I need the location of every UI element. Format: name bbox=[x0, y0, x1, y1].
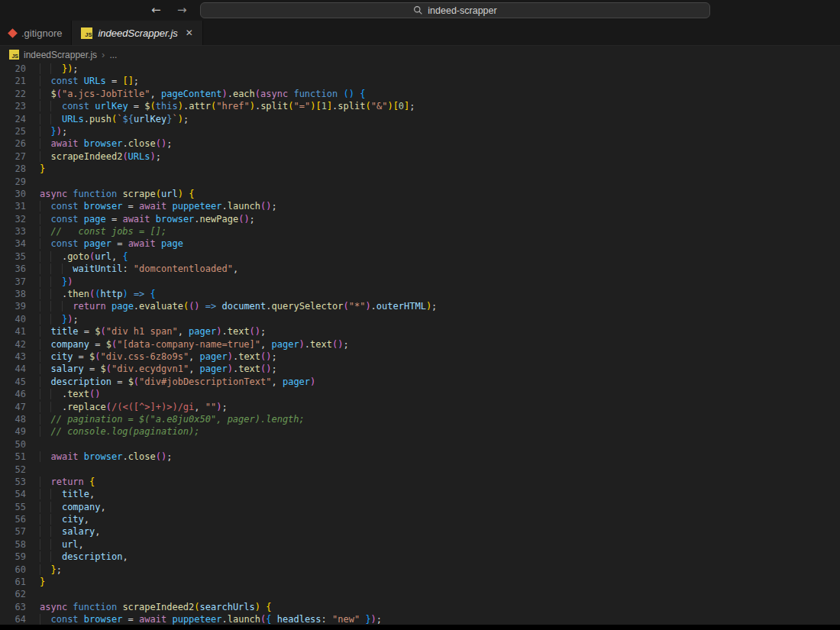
line-number: 40 bbox=[0, 314, 26, 326]
code-line[interactable]: 48 // pagination = $("a.e8ju0x50", pager… bbox=[0, 414, 840, 426]
code-token: ; bbox=[156, 151, 161, 162]
close-icon[interactable]: ✕ bbox=[186, 27, 193, 38]
code-line[interactable]: 56 city, bbox=[0, 514, 840, 526]
code-token: "href" bbox=[216, 101, 249, 111]
code-token: async bbox=[260, 89, 288, 99]
code-token: = bbox=[89, 339, 106, 350]
indent-guide bbox=[50, 101, 61, 111]
code-line[interactable]: 54 title, bbox=[0, 489, 840, 501]
code-line[interactable]: 22 $("a.jcs-JobTitle", pageContent).each… bbox=[0, 89, 840, 101]
breadcrumb-more[interactable]: ... bbox=[109, 50, 117, 60]
code-token: launch bbox=[228, 614, 260, 625]
search-icon bbox=[413, 5, 423, 15]
code-line[interactable]: 39 return page.evaluate(() => document.q… bbox=[0, 301, 840, 313]
code-line[interactable]: 29 bbox=[0, 176, 840, 189]
indent-guide bbox=[50, 551, 61, 562]
line-number: 50 bbox=[0, 439, 26, 451]
line-number: 32 bbox=[0, 214, 26, 226]
code-line[interactable]: 53 return { bbox=[0, 477, 840, 489]
code-line[interactable]: 37 }) bbox=[0, 276, 840, 289]
code-editor[interactable]: 20 });21 const URLs = [];22 $("a.jcs-Job… bbox=[0, 63, 840, 627]
line-number: 53 bbox=[0, 477, 26, 489]
code-line[interactable]: 55 company, bbox=[0, 502, 840, 514]
code-line[interactable]: 36 waitUntil: "domcontentloaded", bbox=[0, 263, 840, 276]
tab-indeedscrapper[interactable]: JS indeedScrapper.js ✕ bbox=[72, 21, 202, 45]
code-token: ; bbox=[272, 201, 277, 212]
code-token: ( bbox=[343, 301, 348, 312]
code-text: return page.evaluate(() => document.quer… bbox=[40, 301, 437, 313]
indent-guide bbox=[40, 451, 50, 462]
code-token: . bbox=[122, 138, 128, 149]
code-line[interactable]: 45 description = $("div#jobDescriptionTe… bbox=[0, 376, 840, 389]
code-line[interactable]: 42 company = $("[data-company-name=true]… bbox=[0, 339, 840, 351]
code-token: ) bbox=[178, 114, 183, 124]
code-line[interactable]: 58 url, bbox=[0, 539, 840, 551]
code-line[interactable]: 38 .then((http) => { bbox=[0, 289, 840, 301]
code-line[interactable]: 24 URLs.push(`${urlKey}`); bbox=[0, 114, 840, 126]
code-text: const URLs = []; bbox=[40, 76, 139, 88]
code-line[interactable]: 51 await browser.close(); bbox=[0, 451, 840, 464]
code-line[interactable]: 21 const URLs = []; bbox=[0, 76, 840, 88]
code-token: { bbox=[89, 477, 95, 487]
code-line[interactable]: 20 }); bbox=[0, 63, 840, 76]
code-line[interactable]: 23 const urlKey = $(this).attr("href").s… bbox=[0, 101, 840, 113]
code-line[interactable]: 63async function scrapeIndeed2(searchUrl… bbox=[0, 602, 840, 614]
code-line[interactable]: 49 // console.log(pagination); bbox=[0, 426, 840, 438]
code-line[interactable]: 27 scrapeIndeed2(URLs); bbox=[0, 151, 840, 163]
code-line[interactable]: 25 }); bbox=[0, 126, 840, 138]
back-button[interactable]: ← bbox=[151, 0, 161, 21]
code-token: "[data-company-name=true]" bbox=[117, 339, 260, 350]
code-token: document bbox=[222, 301, 267, 312]
breadcrumb-file[interactable]: indeedScrapper.js bbox=[24, 50, 97, 60]
code-line[interactable]: 62 bbox=[0, 589, 840, 601]
indent-guide bbox=[50, 263, 61, 274]
code-line[interactable]: 52 bbox=[0, 464, 840, 477]
code-token: const bbox=[50, 238, 78, 249]
code-token bbox=[128, 289, 134, 299]
code-text: city, bbox=[40, 514, 89, 526]
code-token: attr bbox=[189, 101, 211, 111]
code-token: () bbox=[189, 301, 199, 312]
code-token: pager bbox=[271, 339, 299, 350]
code-line[interactable]: 35 .goto(url, { bbox=[0, 251, 840, 263]
code-line[interactable]: 44 salary = $("div.ecydgvn1", pager).tex… bbox=[0, 363, 840, 376]
code-token: ; bbox=[221, 402, 227, 412]
line-number: 25 bbox=[0, 126, 26, 138]
code-token: } bbox=[50, 564, 56, 575]
code-line[interactable]: 46 .text() bbox=[0, 389, 840, 401]
indent-guide bbox=[50, 276, 61, 287]
search-box[interactable]: indeed-scrapper bbox=[200, 2, 710, 18]
code-line[interactable]: 33 // const jobs = []; bbox=[0, 226, 840, 238]
tab-gitignore[interactable]: .gitignore bbox=[0, 21, 72, 45]
code-line[interactable]: 43 city = $("div.css-6z8o9s", pager).tex… bbox=[0, 351, 840, 363]
code-token: browser bbox=[84, 138, 123, 149]
js-icon: JS bbox=[81, 27, 92, 39]
code-token: ) bbox=[255, 602, 260, 612]
code-line[interactable]: 31 const browser = await puppeteer.launc… bbox=[0, 201, 840, 213]
code-line[interactable]: 28} bbox=[0, 163, 840, 176]
code-token: company bbox=[62, 502, 101, 512]
code-line[interactable]: 40 }); bbox=[0, 314, 840, 326]
code-token: ) bbox=[221, 89, 227, 99]
code-token: launch bbox=[228, 201, 260, 212]
code-token: ) bbox=[67, 276, 73, 287]
code-token: browser bbox=[84, 201, 123, 212]
code-line[interactable]: 57 salary, bbox=[0, 526, 840, 538]
code-line[interactable]: 61} bbox=[0, 577, 840, 589]
code-line[interactable]: 34 const pager = await page bbox=[0, 238, 840, 250]
code-line[interactable]: 26 await browser.close(); bbox=[0, 138, 840, 150]
code-token: , bbox=[189, 363, 199, 374]
code-line[interactable]: 41 title = $("div h1 span", pager).text(… bbox=[0, 326, 840, 338]
code-line[interactable]: 32 const page = await browser.newPage(); bbox=[0, 214, 840, 226]
code-line[interactable]: 59 description, bbox=[0, 551, 840, 564]
indent-guide bbox=[40, 201, 50, 212]
code-text: URLs.push(`${urlKey}`); bbox=[40, 114, 189, 126]
code-line[interactable]: 47 .replace(/(<([^>]+)>)/gi, ""); bbox=[0, 402, 840, 414]
code-line[interactable]: 30async function scrape(url) { bbox=[0, 189, 840, 201]
line-number: 21 bbox=[0, 76, 26, 88]
code-token bbox=[79, 201, 84, 212]
code-line[interactable]: 60 }; bbox=[0, 564, 840, 577]
line-number: 47 bbox=[0, 402, 26, 414]
code-line[interactable]: 50 bbox=[0, 439, 840, 451]
forward-button[interactable]: → bbox=[177, 0, 187, 21]
